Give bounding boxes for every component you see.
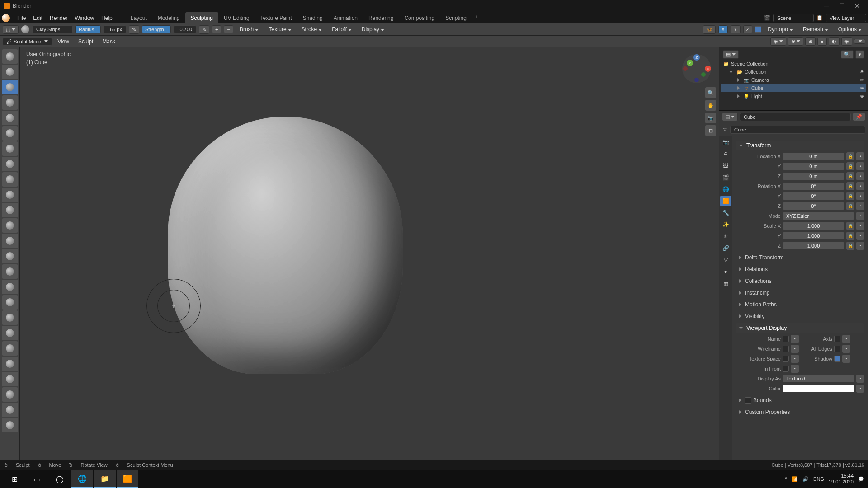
anim-dot-icon[interactable]: • <box>856 385 864 393</box>
minimize-button[interactable]: ─ <box>819 1 834 10</box>
pose-tool-icon[interactable] <box>2 295 18 310</box>
editor-type-button[interactable]: ⬚ <box>3 25 19 34</box>
render-tab-icon[interactable]: 📷 <box>720 137 731 148</box>
scene-tab-icon[interactable]: 🎬 <box>720 172 731 183</box>
layer-tool-icon[interactable] <box>2 95 18 110</box>
lock-icon[interactable]: 🔒 <box>846 162 854 170</box>
visibility-toggle-icon[interactable]: 👁 <box>860 94 864 99</box>
texture-menu[interactable]: Texture <box>265 26 295 33</box>
smooth-tool-icon[interactable] <box>2 157 18 171</box>
scene-collection-item[interactable]: 📁 Scene Collection <box>721 60 866 68</box>
mesh-filter-tool-icon[interactable] <box>2 403 18 417</box>
lock-icon[interactable]: 🔒 <box>846 222 854 230</box>
radius-value[interactable]: 65 px <box>104 25 126 33</box>
blender-taskbar-icon[interactable]: 🟧 <box>117 470 138 488</box>
perspective-toggle-icon[interactable]: ⊞ <box>705 125 716 136</box>
taskbar-clock[interactable]: 15:44 19.01.2020 <box>829 473 854 485</box>
outliner-header[interactable]: ▤ 🔍 ▾ <box>721 49 866 60</box>
anim-dot-icon[interactable]: • <box>856 212 864 220</box>
show-name-checkbox[interactable] <box>783 336 789 342</box>
lock-icon[interactable]: 🔒 <box>846 152 854 160</box>
all-edges-checkbox[interactable] <box>834 346 840 352</box>
navigation-gizmo-icon[interactable]: X Y Z <box>681 53 712 84</box>
object-tab-icon[interactable]: 🟧 <box>720 196 731 206</box>
view-layer-field[interactable]: View Layer <box>826 14 866 22</box>
menu-edit[interactable]: Edit <box>29 15 46 21</box>
shading-matcap-icon[interactable]: ◐ <box>829 37 840 46</box>
tab-rendering[interactable]: Rendering <box>363 12 399 24</box>
mask-menu[interactable]: Mask <box>99 38 119 45</box>
motion-paths-header[interactable]: Motion Paths <box>736 300 864 310</box>
tab-shading[interactable]: Shading <box>297 12 328 24</box>
menu-window[interactable]: Window <box>71 15 98 21</box>
rotate-tool-icon[interactable] <box>2 326 18 340</box>
visibility-header[interactable]: Visibility <box>736 311 864 321</box>
lock-icon[interactable]: 🔒 <box>846 192 854 200</box>
remesh-menu[interactable]: Remesh <box>799 26 832 33</box>
location-x-field[interactable]: 0 m <box>783 153 844 160</box>
in-front-checkbox[interactable] <box>783 366 789 372</box>
strength-label[interactable]: Strength <box>142 25 171 33</box>
tab-texture-paint[interactable]: Texture Paint <box>255 12 297 24</box>
flatten-tool-icon[interactable] <box>2 172 18 187</box>
mirror-x-button[interactable]: X <box>718 25 728 33</box>
cube-item[interactable]: ▽ Cube 👁 <box>721 84 866 92</box>
anim-dot-icon[interactable]: • <box>856 222 864 230</box>
inflate-tool-icon[interactable] <box>2 111 18 125</box>
direction-add-button[interactable]: + <box>212 25 221 33</box>
gizmo-button[interactable]: ⊕ <box>788 37 803 46</box>
anim-dot-icon[interactable]: • <box>856 202 864 210</box>
anim-dot-icon[interactable]: • <box>842 345 850 353</box>
visibility-toggle-icon[interactable]: 👁 <box>860 70 864 75</box>
instancing-header[interactable]: Instancing <box>736 288 864 298</box>
menu-file[interactable]: File <box>14 15 29 21</box>
fill-tool-icon[interactable] <box>2 188 18 202</box>
falloff-menu[interactable]: Falloff <box>328 26 355 33</box>
anim-dot-icon[interactable]: • <box>791 345 799 353</box>
radius-label[interactable]: Radius <box>75 25 101 33</box>
outliner-search-icon[interactable]: 🔍 <box>841 50 854 59</box>
scrape-tool-icon[interactable] <box>2 203 18 217</box>
props-editor-type-icon[interactable]: ▤ <box>722 113 738 121</box>
rotation-mode-select[interactable]: XYZ Euler <box>783 212 854 220</box>
bounds-header[interactable]: Bounds <box>736 395 864 405</box>
pinch-tool-icon[interactable] <box>2 218 18 233</box>
material-tab-icon[interactable]: ● <box>720 266 731 277</box>
shadow-checkbox[interactable] <box>834 356 840 362</box>
viewport-display-header[interactable]: Viewport Display <box>736 323 864 333</box>
dyntopo-checkbox[interactable] <box>755 26 761 33</box>
menu-help[interactable]: Help <box>98 15 116 21</box>
scale-y-field[interactable]: 1.000 <box>783 232 844 239</box>
direction-sub-button[interactable]: − <box>224 25 233 33</box>
anim-dot-icon[interactable]: • <box>791 365 799 373</box>
tab-sculpting[interactable]: Sculpting <box>185 12 218 24</box>
maximize-button[interactable]: ☐ <box>835 1 849 10</box>
options-menu[interactable]: Options <box>835 26 865 33</box>
anim-dot-icon[interactable]: • <box>842 335 850 343</box>
visibility-toggle-icon[interactable]: 👁 <box>860 86 864 91</box>
crease-tool-icon[interactable] <box>2 141 18 156</box>
overlays-button[interactable]: ◉ <box>770 37 786 46</box>
anim-dot-icon[interactable]: • <box>856 172 864 180</box>
wireframe-checkbox[interactable] <box>783 346 789 352</box>
object-color-swatch[interactable] <box>783 385 854 392</box>
close-button[interactable]: ✕ <box>850 1 864 10</box>
light-item[interactable]: 💡 Light 👁 <box>721 92 866 100</box>
brush-preview-icon[interactable] <box>21 25 29 33</box>
notifications-icon[interactable]: 💬 <box>858 476 864 482</box>
data-name-field[interactable]: Cube <box>730 126 865 134</box>
camera-item[interactable]: 📷 Camera 👁 <box>721 76 866 84</box>
pan-icon[interactable]: ✋ <box>705 100 716 111</box>
lock-icon[interactable]: 🔒 <box>846 232 854 240</box>
chrome-icon[interactable]: 🌐 <box>71 470 93 488</box>
custom-properties-header[interactable]: Custom Properties <box>736 407 864 417</box>
snake-hook-tool-icon[interactable] <box>2 264 18 279</box>
viewlayer-tab-icon[interactable]: 🖼 <box>720 160 731 171</box>
blob-tool-icon[interactable] <box>2 126 18 141</box>
explorer-icon[interactable]: 📁 <box>94 470 116 488</box>
camera-view-icon[interactable]: 📷 <box>705 113 716 123</box>
task-view-icon[interactable]: ▭ <box>26 470 48 488</box>
anim-dot-icon[interactable]: • <box>856 242 864 250</box>
zoom-icon[interactable]: 🔍 <box>705 87 716 98</box>
rotation-y-field[interactable]: 0° <box>783 192 844 200</box>
